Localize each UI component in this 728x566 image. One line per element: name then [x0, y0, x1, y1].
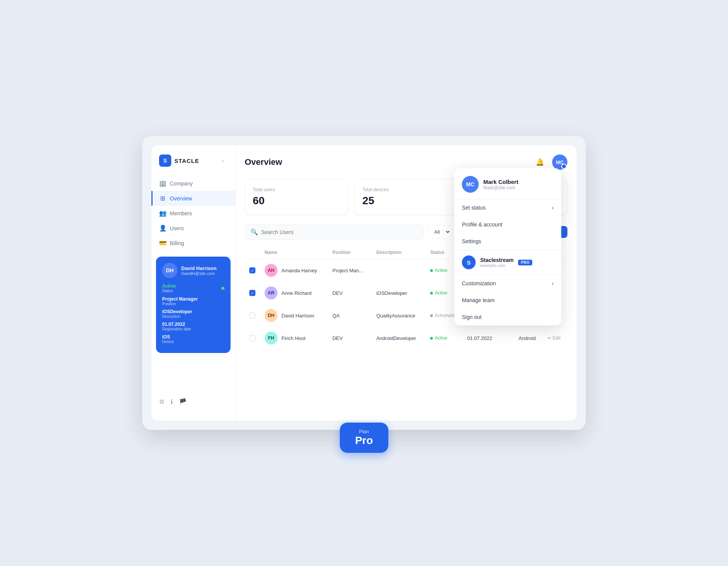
date-field-label: Registration date	[162, 327, 224, 331]
sidebar-item-overview[interactable]: ⊞ Overview	[151, 191, 235, 206]
logo-text: STACLE	[174, 158, 199, 164]
row3-status-dot	[430, 314, 433, 317]
sidebar-item-billing[interactable]: 💳 Billing	[151, 236, 235, 250]
th-position: Position	[328, 246, 372, 259]
row4-device: Android	[514, 327, 543, 350]
menu-item-settings[interactable]: Settings	[454, 233, 561, 250]
row1-avatar: AH	[265, 264, 278, 277]
user-card-header: DH David Harrison DavidH@site.com	[162, 263, 224, 278]
dropdown-user-email: Mark@site.com	[483, 185, 518, 190]
stat-value-users: 60	[253, 195, 340, 207]
sidebar-label-billing: Billing	[170, 240, 184, 246]
row4-name: FH Finch Hoot	[265, 332, 323, 345]
stat-label-devices: Total devices	[362, 187, 450, 192]
search-box[interactable]: 🔍	[245, 224, 424, 240]
info-icon[interactable]: ℹ	[171, 398, 173, 405]
user-date-row: 01.07.2022 Registration date	[162, 322, 224, 331]
row2-checkbox[interactable]: ✓	[249, 290, 255, 296]
date-value: 01.07.2022	[162, 322, 224, 327]
row3-avatar: DH	[265, 309, 278, 322]
menu-item-customization[interactable]: Customization ›	[454, 275, 561, 292]
row1-checkbox[interactable]: ✓	[249, 267, 255, 273]
row1-name-text: Amanda Harvey	[281, 268, 317, 273]
row4-checkbox[interactable]	[249, 335, 255, 341]
sign-out-label: Sign out	[462, 314, 481, 320]
row4-status-text: Active	[435, 335, 447, 341]
row3-position: QA	[328, 304, 372, 327]
page-title: Overview	[245, 157, 282, 167]
sidebar-item-members[interactable]: 👥 Members	[151, 206, 235, 221]
billing-icon: 💳	[159, 239, 166, 247]
settings-icon[interactable]: ⚙	[159, 398, 164, 405]
th-description: Description	[372, 246, 426, 259]
all-select[interactable]: All	[428, 225, 451, 239]
user-avatar-button[interactable]: MC	[552, 155, 567, 170]
users-icon: 👤	[159, 224, 166, 232]
row2-status-text: Active	[435, 290, 447, 296]
logo-mark: S STACLE	[159, 155, 199, 167]
row2-description: iOSDeveloper	[372, 282, 426, 304]
user-description-row: iOSDeveloper Descrption	[162, 309, 224, 319]
menu-item-manage-team[interactable]: Manage team	[454, 292, 561, 309]
collapse-button[interactable]: ‹	[218, 156, 227, 165]
row3-status-text: Activeved	[435, 313, 455, 318]
row3-checkbox[interactable]	[249, 312, 255, 319]
position-value: Project Manager	[162, 296, 224, 302]
row2-checkbox-cell: ✓	[245, 282, 260, 304]
logo-area: S STACLE ‹	[151, 155, 235, 176]
stat-label-users: Total users	[253, 187, 340, 192]
active-status-text: Active	[162, 283, 176, 289]
workspace-divider: S Staclestream example.com PRO	[454, 250, 561, 275]
row1-name-cell: AH Amanda Harvey	[260, 259, 328, 282]
header-right: 🔔 MC	[533, 155, 567, 170]
row4-name-cell: FH Finch Hoot	[260, 327, 328, 350]
pro-badge: PRO	[518, 260, 532, 265]
plan-badge: Plan Pro	[340, 423, 388, 453]
row4-status: Active	[426, 327, 463, 350]
user-card-email: DavidH@site.com	[181, 271, 216, 276]
user-device-row: iOS Device	[162, 334, 224, 344]
row1-status-dot	[430, 269, 433, 272]
status-field-label: Status	[162, 289, 176, 293]
row1-name: AH Amanda Harvey	[265, 264, 323, 277]
members-icon: 👥	[159, 210, 166, 217]
row4-checkbox-cell	[245, 327, 260, 350]
table-row: FH Finch Hoot DEV AndroidDeveloper Activ…	[245, 327, 567, 350]
row4-actions: ✏ Edit	[543, 327, 567, 350]
sidebar-nav: 🏢 Company ⊞ Overview 👥 Members 👤 Users 💳	[151, 176, 235, 250]
search-input[interactable]	[261, 229, 418, 235]
sidebar-item-company[interactable]: 🏢 Company	[151, 176, 235, 191]
workspace-row: S Staclestream example.com PRO	[462, 255, 554, 269]
flag-icon[interactable]: 🏴	[179, 398, 187, 405]
device-field-label: Device	[162, 340, 224, 344]
row2-status-dot	[430, 292, 433, 294]
dropdown-user-header: MC Mark Colbert Mark@site.com	[454, 168, 561, 199]
th-checkbox	[245, 246, 260, 259]
menu-item-set-status[interactable]: Set status ›	[454, 199, 561, 216]
menu-item-sign-out[interactable]: Sign out	[454, 309, 561, 325]
user-position-row: Project Manager Position	[162, 296, 224, 306]
manage-team-label: Manage team	[462, 297, 495, 303]
row3-name-cell: DH David Harrison	[260, 304, 328, 327]
notification-button[interactable]: 🔔	[533, 155, 547, 169]
workspace-domain: example.com	[480, 263, 514, 268]
user-card-info: David Harrison DavidH@site.com	[181, 265, 216, 276]
row2-name-text: Anne Richard	[281, 290, 312, 296]
row4-description: AndroidDeveloper	[372, 327, 426, 350]
workspace-name: Staclestream	[480, 257, 514, 263]
user-status-value: Active	[162, 283, 176, 289]
description-value: iOSDeveloper	[162, 309, 224, 314]
row4-name-text: Finch Hoot	[281, 335, 306, 341]
sidebar-item-users[interactable]: 👤 Users	[151, 221, 235, 236]
row4-avatar: FH	[265, 332, 278, 345]
row4-edit-button[interactable]: ✏ Edit	[548, 335, 561, 341]
sidebar: S STACLE ‹ 🏢 Company ⊞ Overview 👥 Member…	[151, 145, 236, 421]
sidebar-bottom: ⚙ ℹ 🏴	[151, 392, 235, 411]
avatar-initials: MC	[556, 159, 564, 165]
row1-checkbox-cell: ✓	[245, 259, 260, 282]
th-name: Name	[260, 246, 328, 259]
dropdown-user-avatar: MC	[462, 176, 479, 193]
settings-menu-label: Settings	[462, 238, 481, 244]
menu-item-profile-account[interactable]: Profile & account	[454, 216, 561, 233]
row3-description: QualityAssurance	[372, 304, 426, 327]
